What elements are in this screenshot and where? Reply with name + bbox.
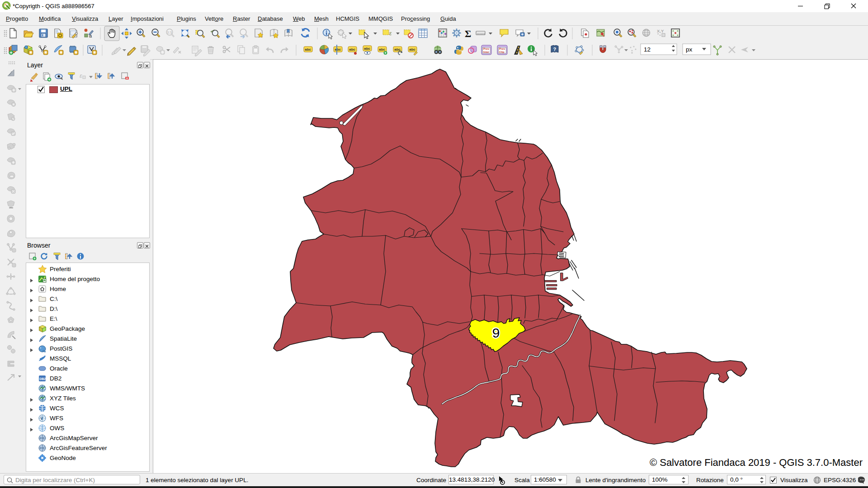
svg-text:C:\: C:\ [50, 296, 58, 302]
svg-text:9: 9 [492, 325, 500, 340]
svg-text:E:\: E:\ [50, 315, 57, 322]
svg-text:GeoNode: GeoNode [50, 455, 76, 461]
svg-text:D:\: D:\ [50, 305, 58, 312]
svg-text:X,Y: X,Y [657, 28, 664, 33]
svg-text:WFS: WFS [50, 415, 63, 422]
svg-text:Clip: Clip [499, 50, 505, 53]
svg-text:PostGIS: PostGIS [50, 345, 72, 352]
svg-text:Inter: Inter [483, 50, 490, 53]
svg-text:DB2: DB2 [50, 375, 61, 382]
svg-text:1:1: 1:1 [167, 30, 172, 34]
svg-text:ArcGisFeatureServer: ArcGisFeatureServer [50, 445, 107, 451]
svg-text:V: V [41, 416, 43, 421]
svg-text:WMS/WMTS: WMS/WMTS [50, 385, 85, 392]
svg-text:GeoPackage: GeoPackage [50, 325, 85, 332]
svg-text:Σ: Σ [465, 28, 471, 39]
svg-text:px: px [686, 46, 693, 53]
svg-text:ArcGisMapServer: ArcGisMapServer [50, 435, 98, 441]
svg-text:XYZ Tiles: XYZ Tiles [50, 395, 76, 402]
svg-text:Preferiti: Preferiti [50, 266, 71, 272]
svg-text:?: ? [553, 47, 557, 52]
svg-text:12: 12 [644, 46, 651, 53]
svg-text:SpatiaLite: SpatiaLite [50, 335, 77, 342]
svg-text:ε: ε [389, 30, 392, 37]
svg-text:MSSQL: MSSQL [50, 355, 71, 362]
svg-text:a: a [89, 33, 92, 38]
svg-text:ε: ε [80, 72, 82, 79]
svg-text:Home: Home [50, 286, 66, 292]
svg-text:Oracle: Oracle [50, 365, 68, 372]
svg-text:DB2: DB2 [39, 377, 46, 380]
svg-text:WCS: WCS [50, 405, 64, 412]
svg-text:Home del progetto: Home del progetto [50, 276, 100, 282]
svg-text:OWS: OWS [50, 425, 64, 432]
